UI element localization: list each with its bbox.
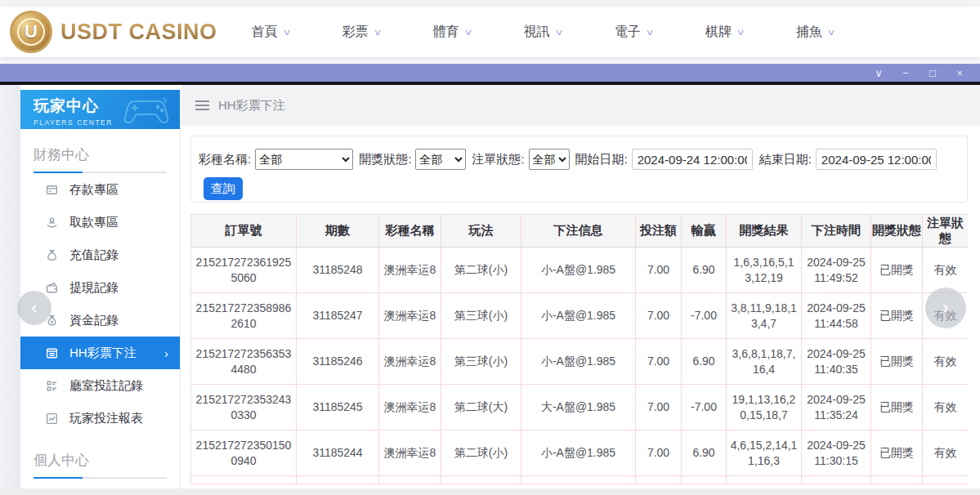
table-cell: 7.00: [636, 430, 682, 476]
sidebar-item-label: HH彩票下注: [69, 346, 136, 361]
nav-item-1[interactable]: 彩票∨: [342, 24, 381, 41]
cashout-icon: [45, 281, 59, 295]
query-button[interactable]: 查詢: [204, 177, 243, 200]
table-cell: 31185246: [297, 339, 379, 385]
nav-item-4[interactable]: 電子∨: [615, 24, 653, 41]
table-cell: 澳洲幸运8: [379, 339, 441, 385]
table-cell: 第二球(大): [441, 385, 521, 430]
brand-logo[interactable]: U USDT CASINO: [0, 11, 217, 53]
order-status-select[interactable]: 全部: [529, 149, 570, 170]
column-header-9: 開獎狀態: [871, 215, 923, 247]
table-cell: 2152172723619255060: [191, 247, 297, 293]
table-cell: 小-A盤@1.985: [521, 430, 636, 476]
table-cell: 31185248: [297, 247, 379, 293]
table-cell-empty: [871, 476, 923, 484]
start-date-label: 開始日期:: [575, 152, 628, 167]
nav-item-label: 電子: [615, 24, 641, 41]
window-close-icon[interactable]: ×: [953, 67, 966, 79]
chevron-down-icon: ∨: [373, 27, 382, 38]
nav-item-5[interactable]: 棋牌∨: [705, 24, 744, 41]
table-cell: 澳洲幸运8: [379, 293, 441, 339]
table-cell: 小-A盤@1.985: [521, 339, 636, 385]
hamburger-menu-icon[interactable]: [195, 100, 209, 110]
table-cell: 2152172723589862610: [191, 293, 297, 339]
table-cell-empty: [379, 476, 441, 484]
table-cell-empty: [191, 476, 297, 484]
table-row: 215217272353243033031185245澳洲幸运8第二球(大)大-…: [191, 385, 969, 430]
table-cell: 2024-09-25 11:35:24: [802, 385, 871, 430]
top-navbar: U USDT CASINO 首頁∨彩票∨體育∨視訊∨電子∨棋牌∨捕魚∨: [0, 7, 980, 57]
bet-records-table-wrap: 訂單號期數彩種名稱玩法下注信息投注額輸贏開獎結果下注時間開獎狀態注單狀態 215…: [190, 214, 968, 488]
end-date-input[interactable]: [816, 149, 937, 170]
nav-item-6[interactable]: 捕魚∨: [796, 24, 835, 41]
sidebar-section-title: 個人中心: [34, 451, 180, 470]
report-icon: [45, 412, 59, 426]
nav-item-3[interactable]: 視訊∨: [524, 24, 562, 41]
lottery-name-label: 彩種名稱:: [199, 152, 251, 167]
content-region: 玩家中心 PLAYERS CENTER 財務中心存款專區取款專區充值記錄提現記錄…: [0, 85, 980, 488]
sidebar-item-0-6[interactable]: 廳室投註記錄: [20, 369, 180, 402]
table-cell: 19,1,13,16,20,15,18,7: [727, 385, 802, 430]
table-cell: 6.90: [682, 247, 727, 293]
table-cell: 7.00: [636, 385, 682, 430]
table-cell: 4,6,15,2,14,11,16,3: [727, 430, 802, 476]
left-rail: [0, 85, 20, 488]
window-titlebar: ∨−□×: [0, 64, 980, 82]
column-header-1: 期數: [297, 215, 379, 247]
chevron-down-icon: ∨: [463, 27, 472, 38]
table-cell: 已開獎: [871, 247, 923, 293]
sidebar-item-label: 充值記錄: [69, 247, 119, 263]
table-cell: 7.00: [636, 339, 682, 385]
table-cell-empty: [441, 476, 521, 484]
panel-expand-button[interactable]: ›: [925, 288, 966, 328]
table-cell: 有效: [923, 430, 969, 476]
sidebar-item-0-0[interactable]: 存款專區: [20, 173, 180, 206]
sidebar-collapse-button[interactable]: ‹: [17, 291, 51, 325]
table-row-partial: [191, 476, 969, 484]
recharge-icon: [45, 248, 59, 262]
horizontal-scrollbar[interactable]: [0, 488, 980, 495]
end-date-label: 結束日期:: [759, 152, 812, 167]
table-cell: 大-A盤@1.985: [521, 385, 636, 430]
lottery-icon: [45, 346, 59, 360]
start-date-input[interactable]: [632, 149, 753, 170]
table-cell: 有效: [923, 247, 969, 293]
chevron-down-icon: ∨: [645, 27, 654, 38]
window-maximize-icon[interactable]: □: [926, 67, 939, 79]
table-cell: 31185245: [297, 385, 379, 430]
table-row: 215217272361925506031185248澳洲幸运8第二球(小)小-…: [191, 247, 969, 293]
sidebar-item-0-5[interactable]: HH彩票下注›: [20, 337, 180, 369]
table-cell: 2152172723532430330: [191, 385, 297, 430]
sidebar-item-0-7[interactable]: 玩家投注報表: [20, 402, 180, 435]
lottery-name-select[interactable]: 全部: [255, 149, 353, 170]
sidebar-item-0-1[interactable]: 取款專區: [20, 206, 180, 239]
window-divider: [0, 82, 980, 85]
table-row: 215217272356353448031185246澳洲幸运8第三球(小)小-…: [191, 339, 969, 385]
sidebar-item-label: 資金記錄: [69, 313, 119, 328]
draw-status-select[interactable]: 全部: [415, 149, 466, 170]
filter-panel: 彩種名稱: 全部 開獎狀態: 全部 注單狀態: 全部 開始日期: 結束日期: 查…: [190, 136, 968, 203]
top-nav: 首頁∨彩票∨體育∨視訊∨電子∨棋牌∨捕魚∨: [252, 24, 887, 41]
table-cell: 2024-09-25 11:49:52: [802, 247, 871, 293]
table-cell-empty: [297, 476, 379, 484]
coin-logo-icon: U: [10, 11, 52, 53]
table-cell: 2024-09-25 11:40:35: [802, 339, 871, 385]
sidebar-section-title: 財務中心: [34, 145, 180, 164]
column-header-3: 玩法: [441, 215, 521, 247]
table-cell: 有效: [923, 385, 969, 430]
nav-item-label: 棋牌: [705, 24, 732, 41]
window-minimize-icon[interactable]: −: [899, 67, 912, 79]
column-header-8: 下注時間: [802, 215, 871, 247]
table-cell: 第二球(小): [441, 247, 521, 293]
table-cell: 有效: [923, 339, 969, 385]
table-cell: 第二球(小): [441, 430, 521, 476]
nav-item-2[interactable]: 體育∨: [433, 24, 472, 41]
table-row: 215217272358986261031185247澳洲幸运8第三球(小)小-…: [191, 293, 969, 339]
gamepad-icon: [123, 95, 173, 124]
table-cell: 已開獎: [871, 293, 923, 339]
window-chevron-down-icon[interactable]: ∨: [872, 67, 885, 79]
page-title: HH彩票下注: [218, 98, 285, 114]
sidebar-item-0-2[interactable]: 充值記錄: [20, 239, 180, 271]
chevron-down-icon: ∨: [282, 27, 291, 38]
nav-item-0[interactable]: 首頁∨: [252, 24, 290, 41]
